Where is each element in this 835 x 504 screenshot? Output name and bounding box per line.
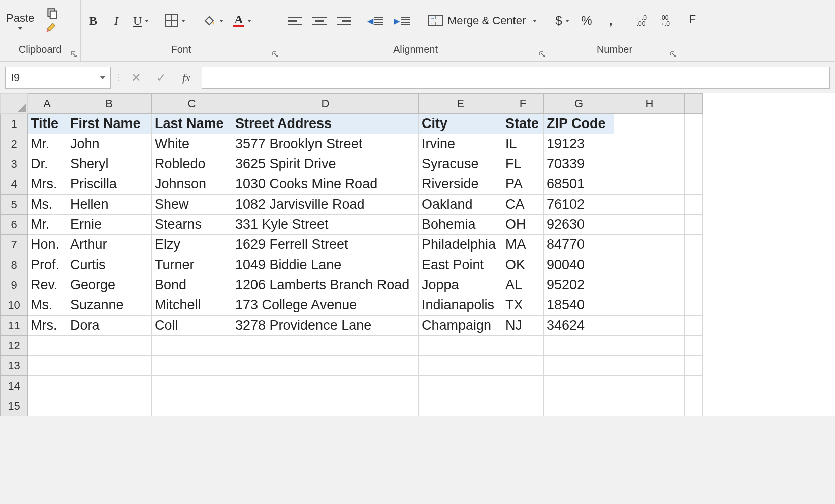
cell-E14[interactable]	[419, 376, 502, 396]
cell-E6[interactable]: Bohemia	[419, 215, 502, 235]
column-header-F[interactable]: F	[502, 94, 544, 114]
cell-G12[interactable]	[544, 336, 614, 356]
cell-E4[interactable]: Riverside	[419, 174, 502, 195]
cell-C3[interactable]: Robledo	[152, 154, 232, 174]
column-header-C[interactable]: C	[152, 94, 232, 114]
cell-C10[interactable]: Mitchell	[152, 295, 232, 316]
cell-C9[interactable]: Bond	[152, 275, 232, 295]
cell-F6[interactable]: OH	[502, 215, 544, 235]
cell-H9[interactable]	[614, 275, 685, 295]
column-header-partial[interactable]	[685, 94, 703, 114]
cell-D12[interactable]	[232, 336, 419, 356]
cell-C12[interactable]	[152, 336, 232, 356]
cell-D10[interactable]: 173 College Avenue	[232, 295, 419, 316]
row-header-7[interactable]: 7	[1, 235, 28, 255]
cell-F8[interactable]: OK	[502, 255, 544, 275]
cancel-formula-button[interactable]: ✕	[126, 68, 146, 88]
cell-B14[interactable]	[67, 376, 152, 396]
formula-input[interactable]	[202, 67, 830, 89]
cell-B4[interactable]: Priscilla	[67, 174, 152, 195]
cell-H11[interactable]	[614, 316, 685, 336]
cell-D8[interactable]: 1049 Biddie Lane	[232, 255, 419, 275]
cell-partial-9[interactable]	[685, 275, 703, 295]
number-dialog-launcher[interactable]	[669, 50, 678, 59]
format-painter-icon[interactable]	[45, 22, 58, 33]
cell-E9[interactable]: Joppa	[419, 275, 502, 295]
row-header-6[interactable]: 6	[1, 215, 28, 235]
column-header-D[interactable]: D	[232, 94, 419, 114]
cell-C11[interactable]: Coll	[152, 316, 232, 336]
cell-partial-1[interactable]	[685, 114, 703, 134]
cell-F10[interactable]: TX	[502, 295, 544, 316]
cell-D11[interactable]: 3278 Providence Lane	[232, 316, 419, 336]
cell-C14[interactable]	[152, 376, 232, 396]
cell-E13[interactable]	[419, 356, 502, 376]
cell-D1[interactable]: Street Address	[232, 114, 419, 134]
select-all-corner[interactable]	[1, 94, 28, 114]
copy-icon[interactable]	[45, 8, 58, 19]
cell-A2[interactable]: Mr.	[28, 134, 67, 154]
cell-G7[interactable]: 84770	[544, 235, 614, 255]
column-header-H[interactable]: H	[614, 94, 685, 114]
cell-A11[interactable]: Mrs.	[28, 316, 67, 336]
cell-H15[interactable]	[614, 396, 685, 416]
cell-A4[interactable]: Mrs.	[28, 174, 67, 195]
cell-H12[interactable]	[614, 336, 685, 356]
cell-F7[interactable]: MA	[502, 235, 544, 255]
column-header-G[interactable]: G	[544, 94, 614, 114]
name-box[interactable]: I9	[5, 67, 111, 89]
row-header-2[interactable]: 2	[1, 134, 28, 154]
percent-button[interactable]: %	[577, 12, 596, 30]
row-header-14[interactable]: 14	[1, 376, 28, 396]
row-header-1[interactable]: 1	[1, 114, 28, 134]
cell-H2[interactable]	[614, 134, 685, 154]
cell-G10[interactable]: 18540	[544, 295, 614, 316]
row-header-8[interactable]: 8	[1, 255, 28, 275]
cell-C8[interactable]: Turner	[152, 255, 232, 275]
align-right-button[interactable]	[335, 12, 353, 30]
cell-A8[interactable]: Prof.	[28, 255, 67, 275]
cell-B9[interactable]: George	[67, 275, 152, 295]
cell-H7[interactable]	[614, 235, 685, 255]
row-header-4[interactable]: 4	[1, 174, 28, 195]
cell-partial-2[interactable]	[685, 134, 703, 154]
cell-A7[interactable]: Hon.	[28, 235, 67, 255]
cell-partial-12[interactable]	[685, 336, 703, 356]
cell-F14[interactable]	[502, 376, 544, 396]
cell-E2[interactable]: Irvine	[419, 134, 502, 154]
cell-G1[interactable]: ZIP Code	[544, 114, 614, 134]
underline-button[interactable]: U	[131, 12, 151, 30]
cell-B2[interactable]: John	[67, 134, 152, 154]
decrease-indent-button[interactable]: ◀	[365, 12, 386, 30]
cell-partial-5[interactable]	[685, 195, 703, 215]
cell-C13[interactable]	[152, 356, 232, 376]
cell-D2[interactable]: 3577 Brooklyn Street	[232, 134, 419, 154]
cell-partial-10[interactable]	[685, 295, 703, 316]
cell-H3[interactable]	[614, 154, 685, 174]
cell-B10[interactable]: Suzanne	[67, 295, 152, 316]
cell-H10[interactable]	[614, 295, 685, 316]
comma-style-button[interactable]: ,	[602, 12, 620, 30]
cell-F11[interactable]: NJ	[502, 316, 544, 336]
cell-E12[interactable]	[419, 336, 502, 356]
align-center-button[interactable]	[310, 12, 329, 30]
cell-D7[interactable]: 1629 Ferrell Street	[232, 235, 419, 255]
column-header-E[interactable]: E	[419, 94, 502, 114]
cell-C15[interactable]	[152, 396, 232, 416]
paste-button[interactable]: Paste	[4, 12, 36, 30]
bold-button[interactable]: B	[85, 12, 102, 30]
enter-formula-button[interactable]: ✓	[151, 68, 171, 88]
cell-C2[interactable]: White	[152, 134, 232, 154]
row-header-3[interactable]: 3	[1, 154, 28, 174]
cell-partial-14[interactable]	[685, 376, 703, 396]
cell-A13[interactable]	[28, 356, 67, 376]
cell-H5[interactable]	[614, 195, 685, 215]
cell-H14[interactable]	[614, 376, 685, 396]
cell-G6[interactable]: 92630	[544, 215, 614, 235]
cell-F9[interactable]: AL	[502, 275, 544, 295]
cell-A10[interactable]: Ms.	[28, 295, 67, 316]
cell-C6[interactable]: Stearns	[152, 215, 232, 235]
increase-decimal-button[interactable]: ←.0.00	[632, 12, 650, 30]
cell-partial-3[interactable]	[685, 154, 703, 174]
cell-G11[interactable]: 34624	[544, 316, 614, 336]
